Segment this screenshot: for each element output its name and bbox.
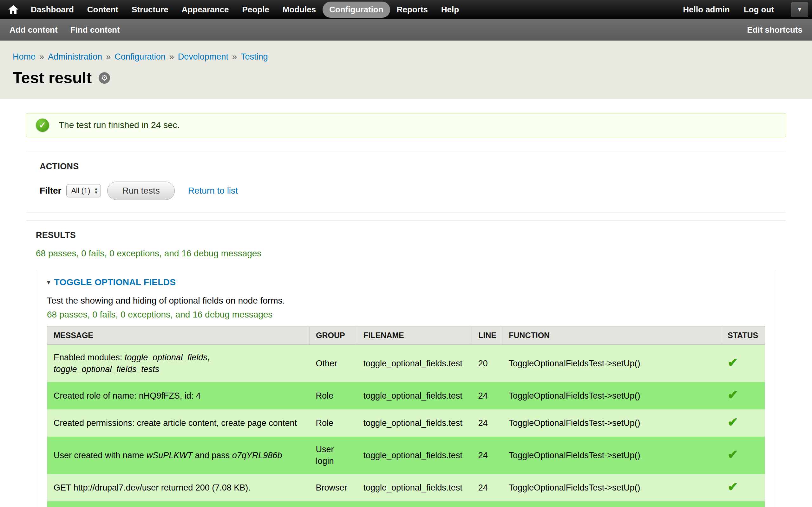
results-panel: RESULTS 68 passes, 0 fails, 0 exceptions… — [26, 221, 786, 507]
cell-line: 24 — [472, 501, 502, 507]
fieldset-title: TOGGLE OPTIONAL FIELDS — [54, 277, 176, 287]
toolbar-menu: DashboardContentStructureAppearancePeopl… — [24, 2, 466, 18]
greeting: Hello admin — [683, 5, 729, 14]
cell-line: 24 — [472, 437, 502, 474]
column-header-filename: FILENAME — [357, 326, 472, 345]
table-row: Created permissions: create article cont… — [47, 409, 765, 437]
toolbar-item-structure[interactable]: Structure — [125, 2, 175, 18]
cell-message: Enabled modules: toggle_optional_fields,… — [47, 345, 310, 383]
breadcrumb-link-home[interactable]: Home — [13, 52, 36, 61]
cell-filename: toggle_optional_fields.test — [357, 501, 472, 507]
results-legend: RESULTS — [36, 230, 776, 240]
pass-check-icon: ✔ — [728, 415, 739, 429]
run-tests-button[interactable]: Run tests — [107, 181, 174, 200]
page-header: Home»Administration»Configuration»Develo… — [0, 41, 812, 99]
toolbar-item-content[interactable]: Content — [81, 2, 125, 18]
filter-select[interactable]: All (1) ▲ ▼ — [66, 184, 101, 198]
column-header-group: GROUP — [310, 326, 357, 345]
cell-filename: toggle_optional_fields.test — [357, 474, 472, 501]
results-table-body: Enabled modules: toggle_optional_fields,… — [47, 345, 765, 507]
status-message-text: The test run finished in 24 sec. — [59, 120, 180, 130]
cell-function: ToggleOptionalFieldsTest->setUp() — [502, 409, 721, 437]
filter-label: Filter — [40, 186, 61, 196]
page-title: Test result — [13, 69, 92, 87]
cell-filename: toggle_optional_fields.test — [357, 382, 472, 409]
return-to-list-link[interactable]: Return to list — [188, 186, 238, 196]
cell-message: GET http://drupal7.dev/user returned 200… — [47, 474, 310, 501]
cell-group: Role — [310, 409, 357, 437]
cell-status: ✔ — [721, 437, 765, 474]
results-table-header-row: MESSAGEGROUPFILENAMELINEFUNCTIONSTATUS — [47, 326, 765, 345]
pass-check-icon: ✔ — [728, 355, 739, 370]
cell-line: 20 — [472, 345, 502, 383]
table-row: GET http://drupal7.dev/user returned 200… — [47, 474, 765, 501]
cell-line: 24 — [472, 474, 502, 501]
toolbar-item-dashboard[interactable]: Dashboard — [24, 2, 81, 18]
toolbar-item-modules[interactable]: Modules — [276, 2, 322, 18]
username-link[interactable]: admin — [705, 5, 730, 14]
breadcrumb-link-administration[interactable]: Administration — [48, 52, 102, 61]
contextual-gear-icon[interactable]: ⚙ — [99, 72, 110, 83]
toolbar-item-appearance[interactable]: Appearance — [175, 2, 236, 18]
toolbar-item-people[interactable]: People — [235, 2, 275, 18]
shortcut-add-content[interactable]: Add content — [9, 25, 58, 35]
title-row: Test result ⚙ — [13, 69, 799, 87]
gear-icon: ⚙ — [101, 73, 108, 82]
toolbar-item-configuration[interactable]: Configuration — [322, 2, 390, 18]
collapse-triangle-icon: ▾ — [47, 279, 50, 286]
actions-legend: ACTIONS — [40, 162, 772, 171]
cell-status: ✔ — [721, 501, 765, 507]
fieldset-description: Test the showing and hiding of optional … — [47, 296, 765, 306]
cell-filename: toggle_optional_fields.test — [357, 409, 472, 437]
actions-panel: ACTIONS Filter All (1) ▲ ▼ Run tests Ret… — [26, 152, 786, 213]
results-summary: 68 passes, 0 fails, 0 exceptions, and 16… — [36, 248, 776, 259]
pass-check-icon: ✔ — [728, 388, 739, 402]
table-row: Enabled modules: toggle_optional_fields,… — [47, 345, 765, 383]
table-row: Valid HTML found on "http://drupal7.dev/… — [47, 501, 765, 507]
filter-row: Filter All (1) ▲ ▼ Run tests Return to l… — [40, 181, 772, 200]
cell-status: ✔ — [721, 474, 765, 501]
greeting-prefix: Hello — [683, 5, 705, 14]
breadcrumb-link-development[interactable]: Development — [178, 52, 229, 61]
table-row: User created with name wSuPLKWT and pass… — [47, 437, 765, 474]
cell-filename: toggle_optional_fields.test — [357, 345, 472, 383]
shortcut-links: Add contentFind content — [9, 25, 133, 35]
toolbar-item-reports[interactable]: Reports — [390, 2, 435, 18]
column-header-status: STATUS — [721, 326, 765, 345]
cell-status: ✔ — [721, 382, 765, 409]
cell-function: ToggleOptionalFieldsTest->setUp() — [502, 474, 721, 501]
edit-shortcuts-link[interactable]: Edit shortcuts — [747, 25, 803, 35]
breadcrumb-separator: » — [232, 52, 237, 61]
cell-function: ToggleOptionalFieldsTest->setUp() — [502, 382, 721, 409]
cell-group: User login — [310, 437, 357, 474]
toolbar-account-area: Hello admin Log out — [683, 5, 774, 14]
cell-message: User created with name wSuPLKWT and pass… — [47, 437, 310, 474]
breadcrumb-link-configuration[interactable]: Configuration — [114, 52, 165, 61]
breadcrumb-separator: » — [39, 52, 44, 61]
pass-check-icon: ✔ — [728, 480, 739, 494]
shortcut-find-content[interactable]: Find content — [70, 25, 120, 35]
select-stepper-icon: ▲ ▼ — [94, 187, 98, 194]
shortcut-bar: Add contentFind content Edit shortcuts — [0, 19, 812, 41]
column-header-message: MESSAGE — [47, 326, 310, 345]
status-message: ✓ The test run finished in 24 sec. — [26, 113, 786, 137]
home-icon[interactable] — [8, 5, 18, 14]
cell-line: 24 — [472, 409, 502, 437]
cell-group: Other — [310, 345, 357, 383]
column-header-function: FUNCTION — [502, 326, 721, 345]
logout-link[interactable]: Log out — [744, 5, 774, 14]
breadcrumb-link-testing[interactable]: Testing — [241, 52, 268, 61]
cell-function: ToggleOptionalFieldsTest->setUp() — [502, 345, 721, 383]
results-table: MESSAGEGROUPFILENAMELINEFUNCTIONSTATUS E… — [47, 326, 765, 507]
cell-status: ✔ — [721, 409, 765, 437]
success-check-icon: ✓ — [36, 118, 49, 132]
toolbar-item-help[interactable]: Help — [435, 2, 466, 18]
cell-message: Created permissions: create article cont… — [47, 409, 310, 437]
cell-line: 24 — [472, 382, 502, 409]
toolbar-toggle-button[interactable]: ▼ — [791, 2, 808, 17]
column-header-line: LINE — [472, 326, 502, 345]
fieldset-legend[interactable]: ▾ TOGGLE OPTIONAL FIELDS — [47, 277, 765, 287]
breadcrumb-separator: » — [169, 52, 174, 61]
cell-group: Role — [310, 382, 357, 409]
cell-filename: toggle_optional_fields.test — [357, 437, 472, 474]
